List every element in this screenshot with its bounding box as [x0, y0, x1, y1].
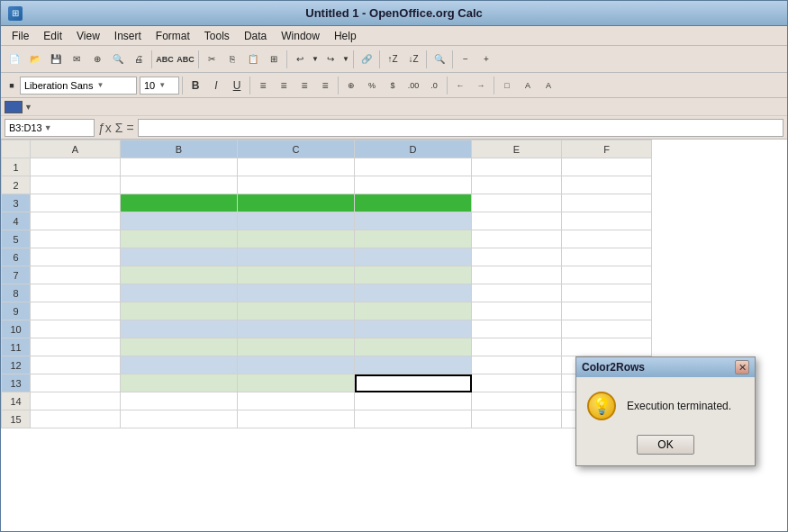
cell-f8[interactable] [562, 284, 652, 302]
cell-f3[interactable] [562, 194, 652, 212]
align-left-button[interactable]: ≡ [253, 76, 273, 95]
cell-c10[interactable] [238, 320, 355, 338]
new-button[interactable]: 📄 [5, 50, 24, 69]
cell-b6[interactable] [121, 248, 238, 266]
format-currency-button[interactable]: $ [383, 76, 403, 95]
cell-d13[interactable] [355, 374, 472, 392]
cell-a9[interactable] [31, 302, 121, 320]
zoom-in-button[interactable]: + [476, 50, 496, 69]
formula-input[interactable] [138, 119, 783, 137]
font-color-button[interactable]: A [539, 76, 558, 95]
cell-e6[interactable] [472, 248, 562, 266]
cell-b1[interactable] [121, 158, 238, 176]
paste-button[interactable]: 📋 [243, 50, 263, 69]
cell-a8[interactable] [31, 284, 121, 302]
justify-button[interactable]: ≡ [315, 76, 335, 95]
cell-c1[interactable] [238, 158, 355, 176]
cell-c4[interactable] [238, 212, 355, 230]
open-button[interactable]: 📂 [25, 50, 45, 69]
print-preview-button[interactable]: 🔍 [108, 50, 128, 69]
cell-d11[interactable] [355, 338, 472, 356]
cell-f11[interactable] [562, 338, 652, 356]
cell-b2[interactable] [121, 176, 238, 194]
cell-d5[interactable] [355, 230, 472, 248]
cell-ref-dropdown[interactable]: ▼ [44, 123, 52, 132]
cell-b11[interactable] [121, 338, 238, 356]
menu-edit[interactable]: Edit [36, 28, 69, 44]
italic-button[interactable]: I [206, 76, 226, 95]
align-right-button[interactable]: ≡ [294, 76, 314, 95]
dialog-ok-button[interactable]: OK [637, 435, 694, 455]
highlight-color-button[interactable]: A [518, 76, 538, 95]
menu-view[interactable]: View [69, 28, 107, 44]
cell-a11[interactable] [31, 338, 121, 356]
cell-a6[interactable] [31, 248, 121, 266]
save-button[interactable]: 💾 [46, 50, 66, 69]
cell-a12[interactable] [31, 356, 121, 374]
cell-f7[interactable] [562, 266, 652, 284]
equals-icon[interactable]: = [126, 121, 133, 135]
bold-button[interactable]: B [186, 76, 205, 95]
underline-button[interactable]: U [227, 76, 247, 95]
cell-d10[interactable] [355, 320, 472, 338]
cell-a7[interactable] [31, 266, 121, 284]
cell-d7[interactable] [355, 266, 472, 284]
menu-help[interactable]: Help [327, 28, 364, 44]
cell-f4[interactable] [562, 212, 652, 230]
cell-b3[interactable] [121, 194, 238, 212]
format-number-button[interactable]: % [362, 76, 382, 95]
cell-d8[interactable] [355, 284, 472, 302]
undo-dropdown[interactable]: ▼ [311, 50, 320, 69]
find-button[interactable]: 🔍 [430, 50, 449, 69]
cell-c8[interactable] [238, 284, 355, 302]
merge-cells-button[interactable]: ⊕ [341, 76, 361, 95]
redo-button[interactable]: ↪ [321, 50, 340, 69]
cell-d9[interactable] [355, 302, 472, 320]
cut-button[interactable]: ✂ [202, 50, 222, 69]
zoom-out-button[interactable]: − [456, 50, 476, 69]
cell-f2[interactable] [562, 176, 652, 194]
menu-format[interactable]: Format [149, 28, 197, 44]
cell-b5[interactable] [121, 230, 238, 248]
color-dropdown-arrow[interactable]: ▼ [24, 103, 32, 112]
menu-tools[interactable]: Tools [197, 28, 237, 44]
cell-b4[interactable] [121, 212, 238, 230]
cell-f9[interactable] [562, 302, 652, 320]
paste-special-button[interactable]: ⊞ [264, 50, 284, 69]
style-dropdown-btn[interactable]: ■ [5, 78, 19, 93]
hyperlink-button[interactable]: 🔗 [357, 50, 376, 69]
cell-c15[interactable] [238, 410, 355, 428]
copy-button[interactable]: ⎘ [222, 50, 242, 69]
redo-dropdown[interactable]: ▼ [341, 50, 350, 69]
cell-f5[interactable] [562, 230, 652, 248]
sort-desc-button[interactable]: ↓Z [403, 50, 423, 69]
cell-e8[interactable] [472, 284, 562, 302]
cell-e12[interactable] [472, 356, 562, 374]
cell-e3[interactable] [472, 194, 562, 212]
print-button[interactable]: 🖨 [129, 50, 149, 69]
format-decimal2-button[interactable]: .0 [424, 76, 444, 95]
spell-button[interactable]: ABC [155, 50, 175, 69]
cell-c14[interactable] [238, 392, 355, 410]
menu-window[interactable]: Window [274, 28, 327, 44]
cell-b7[interactable] [121, 266, 238, 284]
cell-c12[interactable] [238, 356, 355, 374]
cell-b10[interactable] [121, 320, 238, 338]
cell-a1[interactable] [31, 158, 121, 176]
cell-c7[interactable] [238, 266, 355, 284]
cell-d12[interactable] [355, 356, 472, 374]
menu-insert[interactable]: Insert [107, 28, 149, 44]
cell-e14[interactable] [472, 392, 562, 410]
cell-b12[interactable] [121, 356, 238, 374]
sort-asc-button[interactable]: ↑Z [383, 50, 403, 69]
cell-c11[interactable] [238, 338, 355, 356]
sum-icon[interactable]: Σ [115, 121, 123, 135]
cell-c3[interactable] [238, 194, 355, 212]
undo-button[interactable]: ↩ [290, 50, 310, 69]
cell-a14[interactable] [31, 392, 121, 410]
cell-e15[interactable] [472, 410, 562, 428]
cell-b9[interactable] [121, 302, 238, 320]
cell-c2[interactable] [238, 176, 355, 194]
cell-e4[interactable] [472, 212, 562, 230]
cell-e13[interactable] [472, 374, 562, 392]
